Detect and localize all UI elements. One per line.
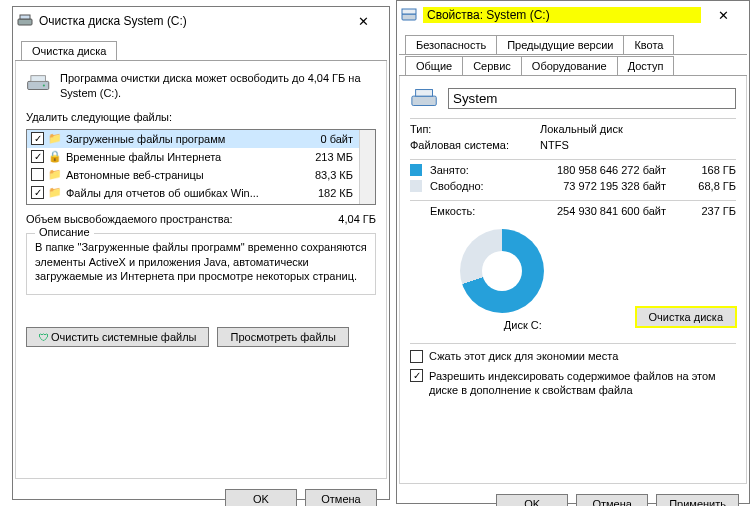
svg-rect-8 [416,90,433,97]
tab-оборудование[interactable]: Оборудование [521,56,618,75]
type-label: Тип: [410,123,540,135]
spacer [410,205,422,217]
compress-label: Сжать этот диск для экономии места [429,350,618,362]
props-apply-button[interactable]: Применить [656,494,739,506]
disk-cleanup-button[interactable]: Очистка диска [636,307,736,327]
list-item-label: Временные файлы Интернета [66,151,307,163]
close-icon[interactable]: ✕ [341,9,385,33]
list-item[interactable]: ✓📁Файлы для отчетов об ошибках Win...182… [27,184,375,202]
list-item[interactable]: ✓🔒Временные файлы Интернета213 МБ [27,148,375,166]
props-ok-button[interactable]: OK [496,494,568,506]
props-title: Свойства: System (C:) [423,7,701,23]
capacity-gb: 237 ГБ [686,205,736,217]
checkbox-icon[interactable]: ✓ [31,186,44,199]
tab-предыдущие версии[interactable]: Предыдущие версии [496,35,624,54]
svg-rect-5 [402,14,416,20]
close-icon[interactable]: ✕ [701,3,745,27]
type-value: Локальный диск [540,123,623,135]
free-bytes: 73 972 195 328 байт [520,180,686,192]
cleanup-cancel-button[interactable]: Отмена [305,489,377,506]
props-titlebar: Свойства: System (C:) ✕ [397,1,749,29]
list-item-label: Загруженные файлы программ [66,133,307,145]
checkbox-icon[interactable] [31,168,44,181]
folder-icon: 📁 [48,186,62,200]
disk-caption: Диск C: [410,319,636,331]
description-group: Описание В папке "Загруженные файлы прог… [26,233,376,296]
view-files-button[interactable]: Просмотреть файлы [217,327,348,347]
cleanup-title: Очистка диска System (C:) [39,14,341,28]
checkbox-icon [410,350,423,363]
delete-files-label: Удалить следующие файлы: [26,111,376,123]
list-item-label: Файлы для отчетов об ошибках Win... [66,187,307,199]
list-item[interactable]: ✓📁Загруженные файлы программ0 байт [27,130,375,148]
usage-pie-chart [460,229,544,313]
folder-icon: 📁 [48,132,62,146]
checkbox-icon: ✓ [410,369,423,382]
free-color-swatch [410,180,422,192]
disk-cleanup-window: Очистка диска System (C:) ✕ Очистка диск… [12,6,390,500]
drive-properties-window: Свойства: System (C:) ✕ БезопасностьПред… [396,0,750,504]
drive-name-input[interactable] [448,88,736,109]
scrollbar[interactable] [359,130,375,204]
capacity-label: Емкость: [430,205,520,217]
used-label: Занято: [430,164,520,176]
index-checkbox[interactable]: ✓ Разрешить индексировать содержимое фай… [410,369,736,398]
svg-rect-6 [402,9,416,14]
fs-value: NTFS [540,139,569,151]
tab-сервис[interactable]: Сервис [462,56,522,75]
used-color-swatch [410,164,422,176]
cleanup-intro: Программа очистки диска может освободить… [60,71,376,101]
list-item[interactable]: 📁Автономные веб-страницы83,3 КБ [27,166,375,184]
used-bytes: 180 958 646 272 байт [520,164,686,176]
description-title: Описание [35,226,94,238]
tab-доступ[interactable]: Доступ [617,56,675,75]
used-gb: 168 ГБ [686,164,736,176]
shield-icon: 🛡 [39,332,49,343]
fs-label: Файловая система: [410,139,540,151]
file-list: ✓📁Загруженные файлы программ0 байт✓🔒Врем… [26,129,376,205]
free-space-label: Объем высвобождаемого пространства: [26,213,338,225]
svg-rect-3 [31,76,46,82]
props-tabs: БезопасностьПредыдущие версииКвота Общие… [399,33,747,484]
free-space-value: 4,04 ГБ [338,213,376,225]
drive-icon [401,7,417,23]
clean-system-files-button[interactable]: 🛡 Очистить системные файлы [26,327,209,347]
props-cancel-button[interactable]: Отмена [576,494,648,506]
svg-rect-0 [18,19,32,25]
free-label: Свободно: [430,180,520,192]
disk-cleanup-icon [17,13,33,29]
svg-rect-1 [20,15,30,19]
clean-system-files-label: Очистить системные файлы [51,331,196,343]
folder-icon: 📁 [48,168,62,182]
capacity-bytes: 254 930 841 600 байт [520,205,686,217]
tab-cleanup[interactable]: Очистка диска [21,41,117,60]
file-list-body: ✓📁Загруженные файлы программ0 байт✓🔒Врем… [27,130,375,202]
cleanup-ok-button[interactable]: OK [225,489,297,506]
cleanup-tabs: Очистка диска Программа очистки диска мо… [15,39,387,479]
cleanup-titlebar: Очистка диска System (C:) ✕ [13,7,389,35]
svg-point-4 [43,84,45,86]
svg-rect-2 [28,81,49,89]
drive-large-icon [410,86,440,110]
free-gb: 68,8 ГБ [686,180,736,192]
lock-icon: 🔒 [48,150,62,164]
index-label: Разрешить индексировать содержимое файло… [429,369,736,398]
tab-общие[interactable]: Общие [405,56,463,75]
disk-icon [26,71,52,95]
checkbox-icon[interactable]: ✓ [31,150,44,163]
tab-безопасность[interactable]: Безопасность [405,35,497,54]
svg-rect-7 [412,96,436,105]
checkbox-icon[interactable]: ✓ [31,132,44,145]
description-text: В папке "Загруженные файлы программ" вре… [35,240,367,285]
tab-квота[interactable]: Квота [623,35,674,54]
list-item-label: Автономные веб-страницы [66,169,307,181]
compress-checkbox[interactable]: Сжать этот диск для экономии места [410,350,736,363]
